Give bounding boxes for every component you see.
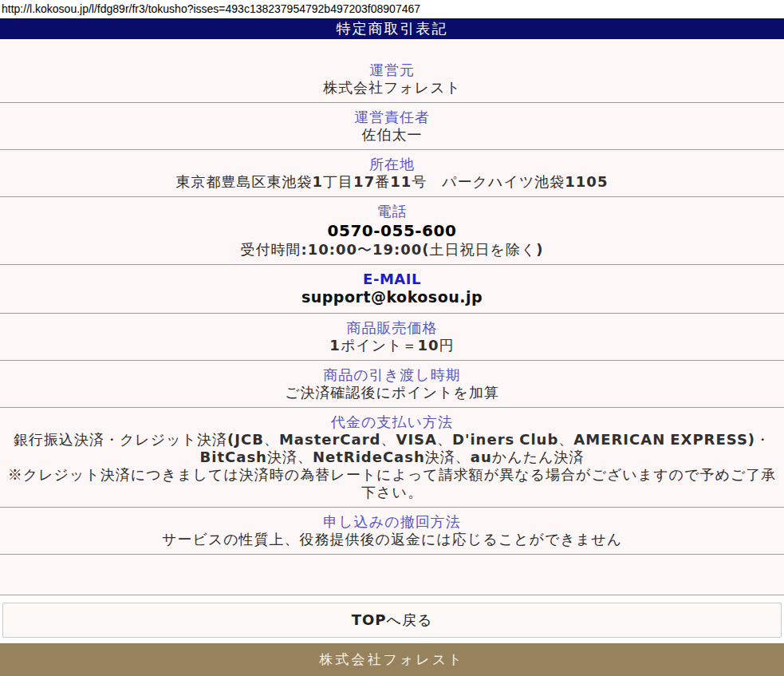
section-delivery-time: 商品の引き渡し時期 ご決済確認後にポイントを加算 [0,361,784,408]
section-label: 申し込みの撤回方法 [5,513,779,531]
section-operator: 運営元 株式会社フォレスト [0,39,784,103]
page-title: 特定商取引表記 [0,18,784,39]
payment-methods-list: 銀行振込決済・クレジット決済(JCB、MasterCard、VISA、D'ine… [5,431,779,466]
section-label: 電話 [5,203,779,220]
section-value: ご決済確認後にポイントを加算 [5,384,779,401]
section-value: 1ポイント＝10円 [5,337,779,354]
tokusho-table: 運営元 株式会社フォレスト 運営責任者 佐伯太一 所在地 東京都豊島区東池袋1丁… [0,39,784,595]
business-hours: 受付時間:10:00〜19:00(土日祝日を除く) [5,241,779,259]
section-value: サービスの性質上、役務提供後の返金には応じることができません [5,531,779,548]
section-label: 商品販売価格 [5,319,779,337]
section-label: 商品の引き渡し時期 [5,366,779,384]
section-value: 佐伯太一 [5,126,779,144]
section-phone: 電話 0570-055-600 受付時間:10:00〜19:00(土日祝日を除く… [0,197,784,265]
section-responsible-person: 運営責任者 佐伯太一 [0,103,784,150]
email-address: support@kokosou.jp [5,288,779,307]
phone-number: 0570-055-600 [5,220,779,241]
email-label-link[interactable]: E-MAIL [5,271,779,288]
section-value: 株式会社フォレスト [5,79,779,97]
page-url-text: http://l.kokosou.jp/l/fdg89r/fr3/tokusho… [0,0,784,18]
section-label: 運営責任者 [5,109,779,126]
payment-exchange-rate-note: ※クレジット決済につきましては決済時の為替レートによって請求額が異なる場合がござ… [5,466,779,501]
back-to-top-button[interactable]: TOPへ戻る [2,603,782,638]
empty-row [0,555,784,595]
section-label: 代金の支払い方法 [5,413,779,431]
section-address: 所在地 東京都豊島区東池袋1丁目17番11号 パークハイツ池袋1105 [0,150,784,197]
section-price: 商品販売価格 1ポイント＝10円 [0,314,784,361]
footer-company-name: 株式会社フォレスト [0,643,784,676]
section-cancellation-policy: 申し込みの撤回方法 サービスの性質上、役務提供後の返金には応じることができません [0,508,784,555]
section-email: E-MAIL support@kokosou.jp [0,265,784,314]
section-label: 所在地 [5,156,779,173]
section-payment-methods: 代金の支払い方法 銀行振込決済・クレジット決済(JCB、MasterCard、V… [0,408,784,508]
top-button-container: TOPへ戻る [0,595,784,641]
section-label: 運営元 [5,61,779,79]
section-value: 東京都豊島区東池袋1丁目17番11号 パークハイツ池袋1105 [5,173,779,191]
